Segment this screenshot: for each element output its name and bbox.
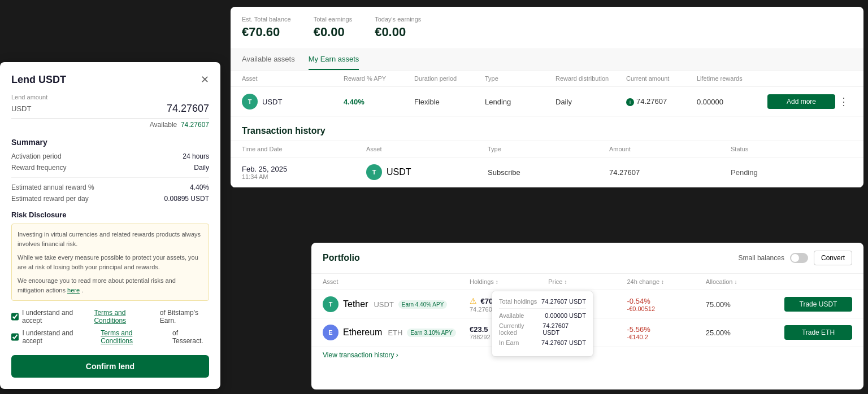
activation-period-row: Activation period 24 hours (11, 152, 209, 160)
balance-header: Est. Total balance €70.60 Total earnings… (231, 7, 863, 49)
earn-current-amount: i74.27607 (626, 97, 697, 106)
earn-reward-dist: Daily (555, 98, 626, 106)
toggle-knob (791, 254, 799, 262)
checkbox-bitstamp-prefix: I understand and accept (22, 309, 85, 325)
lend-title: Lend USDT (11, 74, 66, 86)
lend-panel-header: Lend USDT ✕ (11, 73, 209, 86)
checkbox-tesseract-suffix: of Tesseract. (172, 329, 209, 345)
earn-duration: Flexible (414, 98, 485, 106)
port-eth-name: Ethereum (343, 327, 382, 338)
checkbox-tesseract-prefix: I understand and accept (22, 329, 92, 345)
lend-currency: USDT (11, 104, 31, 113)
tooltip-earn: In Earn 74.27607 USDT (499, 339, 586, 346)
portfolio-title: Portfolio (323, 253, 360, 263)
estimated-annual-label: Estimated annual reward % (11, 183, 94, 191)
tooltip-total-label: Total holdings (499, 298, 537, 305)
close-button[interactable]: ✕ (201, 73, 209, 86)
est-total-value: €70.60 (242, 25, 291, 40)
earn-reward-apy: 4.40% (344, 98, 414, 106)
txn-col-type: Type (488, 146, 609, 152)
tooltip-locked: Currently locked 74.27607 USDT (499, 322, 586, 336)
usdt-earn-badge: Earn 4.40% APY (398, 300, 448, 309)
col-asset: Asset (242, 75, 344, 82)
port-col-asset: Asset (323, 278, 470, 285)
txn-asset-cell: T USDT (366, 164, 488, 180)
info-icon: i (626, 98, 634, 106)
tab-my-earn-assets[interactable]: My Earn assets (309, 49, 359, 70)
bitstamp-tc-link[interactable]: Terms and Conditions (94, 309, 151, 325)
holdings-tooltip: Total holdings 74.27607 USDT Available 0… (492, 291, 593, 357)
eth-change-abs: -€140.2 (627, 334, 706, 340)
col-action (767, 75, 835, 82)
txn-col-amount: Amount (609, 146, 731, 152)
port-usdt-name: Tether (343, 299, 368, 309)
checkbox-tesseract[interactable] (11, 333, 19, 341)
trade-eth-button[interactable]: Trade ETH (784, 325, 852, 340)
col-menu (835, 75, 852, 82)
reward-frequency-row: Reward frequency Daily (11, 164, 209, 172)
txn-col-date: Time and Date (242, 146, 366, 152)
est-total-label: Est. Total balance (242, 16, 291, 23)
col-type: Type (485, 75, 555, 82)
port-col-allocation: Allocation ↓ (706, 278, 784, 285)
summary-title: Summary (11, 138, 209, 147)
earn-tabs: Available assets My Earn assets (231, 49, 863, 71)
col-duration: Duration period (414, 75, 485, 82)
txn-date: Feb. 25, 2025 (242, 165, 366, 173)
port-eth-icon: E (323, 325, 338, 340)
txn-status: Pending (731, 168, 852, 177)
activation-period-value: 24 hours (183, 152, 209, 160)
col-current: Current amount (626, 75, 697, 82)
warn-icon: ⚠ (470, 296, 477, 305)
est-total-balance: Est. Total balance €70.60 (242, 16, 291, 40)
earn-table-header: Asset Reward % APY Duration period Type … (231, 71, 863, 87)
tooltip-locked-label: Currently locked (499, 322, 542, 336)
confirm-lend-button[interactable]: Confirm lend (11, 355, 209, 378)
col-reward-dist: Reward distribution (555, 75, 626, 82)
convert-button[interactable]: Convert (814, 251, 852, 265)
tooltip-earn-value: 74.27607 USDT (541, 339, 586, 346)
estimated-annual-row: Estimated annual reward % 4.40% (11, 183, 209, 191)
more-options-button[interactable]: ⋮ (835, 95, 852, 108)
risk-text-3-suffix: . (81, 287, 83, 294)
reward-frequency-value: Daily (194, 164, 209, 172)
total-earnings: Total earnings €0.00 (314, 16, 353, 40)
risk-text-2: While we take every measure possible to … (18, 253, 203, 272)
available-row: Available 74.27607 (11, 121, 209, 129)
checkbox-bitstamp[interactable] (11, 313, 19, 321)
checkbox-tesseract-row[interactable]: I understand and accept Terms and Condit… (11, 329, 209, 345)
lend-panel: Lend USDT ✕ Lend amount USDT 74.27607 Av… (0, 62, 220, 389)
risk-text-3-prefix: We encourage you to read more about pote… (18, 277, 176, 294)
risk-here-link[interactable]: here (67, 287, 80, 294)
eth-earn-badge: Earn 3.10% APY (407, 329, 456, 337)
small-balances-toggle[interactable] (790, 253, 808, 263)
checkbox-bitstamp-row[interactable]: I understand and accept Terms and Condit… (11, 309, 209, 325)
earn-asset-cell: T USDT (242, 94, 344, 110)
tab-available-assets[interactable]: Available assets (242, 49, 295, 70)
estimated-per-day-value: 0.00895 USDT (164, 195, 209, 203)
add-more-button[interactable]: Add more (767, 94, 835, 109)
txn-amount: 74.27607 (609, 168, 731, 177)
port-col-holdings: Holdings ↕ (470, 278, 548, 285)
txn-type: Subscribe (488, 168, 609, 177)
col-reward-apy: Reward % APY (344, 75, 414, 82)
lend-amount-value: 74.27607 (167, 103, 209, 115)
portfolio-controls: Small balances Convert (739, 251, 852, 265)
txn-col-asset: Asset (366, 146, 488, 152)
available-amount: 74.27607 (181, 121, 209, 129)
risk-text-1: Investing in virtual currencies and rela… (18, 230, 203, 248)
risk-title: Risk Disclosure (11, 211, 209, 219)
view-transaction-history-link[interactable]: View transaction history › (311, 347, 410, 364)
tesseract-tc-link[interactable]: Terms and Conditions (101, 329, 163, 345)
todays-earnings: Today's earnings €0.00 (375, 16, 421, 40)
lend-amount-label: Lend amount (11, 94, 209, 100)
estimated-annual-value: 4.40% (190, 183, 209, 191)
tooltip-earn-label: In Earn (499, 339, 519, 346)
main-earn-panel: Est. Total balance €70.60 Total earnings… (231, 7, 863, 187)
tooltip-total-holdings: Total holdings 74.27607 USDT (499, 298, 586, 305)
reward-frequency-label: Reward frequency (11, 164, 66, 172)
trade-usdt-button[interactable]: Trade USDT (784, 297, 852, 312)
txn-asset-name: USDT (387, 167, 411, 177)
todays-earnings-value: €0.00 (375, 25, 421, 40)
txn-date-cell: Feb. 25, 2025 11:34 AM (242, 165, 366, 180)
